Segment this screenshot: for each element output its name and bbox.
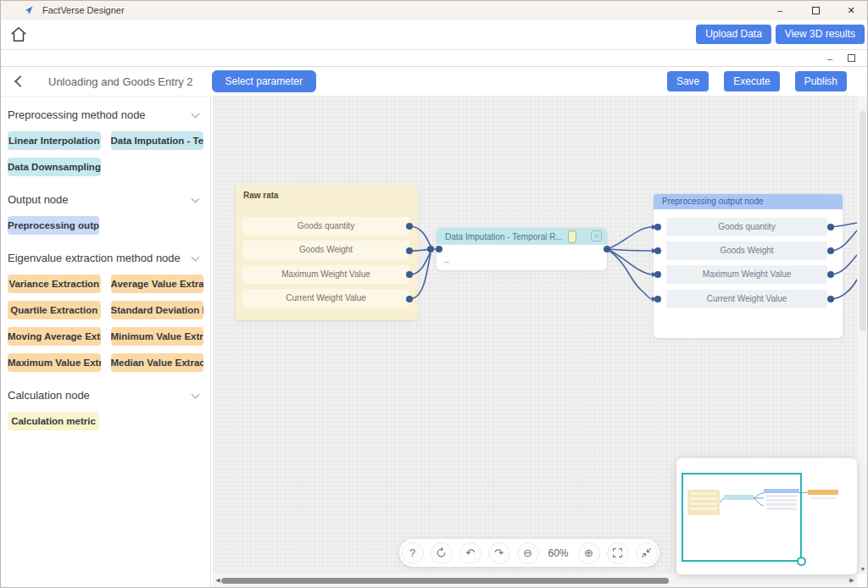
horizontal-scrollbar-thumb[interactable] [221, 578, 669, 584]
section-label: Eigenvalue extraction method node [8, 252, 181, 264]
title-bar: FactVerse Designer – ✕ [1, 1, 868, 19]
node-preprocessing-output[interactable]: Preprocessing output node Goods quantity… [654, 194, 843, 338]
app-logo-icon [24, 5, 34, 15]
app-title: FactVerse Designer [42, 5, 125, 15]
palette-item-preprocessing-output[interactable]: Preprocessing output [8, 216, 99, 235]
palette-item-average-value-extraction[interactable]: Average Value Extraction [111, 275, 204, 293]
fit-view-button[interactable] [607, 542, 629, 564]
zoom-level: 60% [546, 547, 571, 559]
home-icon [9, 25, 28, 44]
palette-item-median-value-extraction[interactable]: Median Value Extraction [111, 353, 204, 372]
palette-item-standard-deviation-extraction[interactable]: Standard Deviation Ext... [111, 301, 204, 319]
palette-item-variance-extraction[interactable]: Variance Extraction [8, 275, 101, 293]
section-label: Calculation node [8, 389, 90, 402]
publish-button[interactable]: Publish [795, 71, 847, 92]
document-header: Unloading and Goods Entry 2 Select param… [1, 67, 868, 96]
palette-item-moving-average-extraction[interactable]: Moving Average Extrac... [8, 327, 101, 346]
palette-item-data-imputation[interactable]: Data Imputation - Temp... [111, 131, 204, 150]
scroll-down-icon[interactable]: ▼ [858, 566, 868, 572]
doc-minimize-icon[interactable]: – [827, 54, 832, 63]
node-row[interactable]: Maximum Weight Value [242, 265, 409, 284]
node-title: Data Imputation - Temporal R... [445, 232, 563, 241]
section-label: Output node [8, 193, 69, 206]
minimap-viewport[interactable] [682, 473, 802, 562]
window-maximize-icon[interactable] [798, 1, 833, 19]
view-3d-results-button[interactable]: View 3D results [776, 25, 865, 44]
node-data-imputation[interactable]: Data Imputation - Temporal R... ✕ _ [437, 228, 607, 270]
vertical-scrollbar-thumb[interactable] [860, 111, 866, 331]
doc-maximize-icon[interactable] [848, 54, 855, 62]
refresh-button[interactable] [431, 542, 453, 564]
palette-item-maximum-value-extraction[interactable]: Maximum Value Extract... [8, 353, 101, 372]
document-title: Unloading and Goods Entry 2 [48, 75, 193, 88]
undo-button[interactable]: ↶ [459, 542, 481, 564]
redo-button[interactable]: ↷ [488, 542, 510, 564]
collapse-button[interactable] [636, 542, 658, 564]
minimap[interactable] [676, 458, 857, 574]
upload-data-button[interactable]: Upload Data [696, 25, 771, 44]
horizontal-scrollbar[interactable]: ◀ ▶ [213, 574, 857, 587]
node-row[interactable]: Current Weight Value [242, 289, 409, 308]
sidebar-section-output[interactable]: Output node [8, 193, 202, 206]
sidebar-section-eigenvalue[interactable]: Eigenvalue extraction method node [8, 252, 202, 264]
palette-item-minimum-value-extraction[interactable]: Minimum Value Extracti... [111, 327, 204, 346]
save-button[interactable]: Save [667, 71, 709, 92]
top-toolbar: Upload Data View 3D results [1, 19, 868, 50]
fit-view-icon [612, 547, 623, 558]
back-icon[interactable] [14, 75, 26, 87]
node-body-text: _ [444, 253, 449, 263]
status-badge-icon [568, 230, 576, 243]
help-button[interactable]: ? [402, 542, 424, 564]
collapse-icon [641, 547, 652, 558]
sidebar-section-calculation[interactable]: Calculation node [8, 389, 202, 402]
palette-item-linear-interpolation[interactable]: Linear Interpolation [8, 131, 101, 150]
zoom-in-button[interactable]: ⊕ [578, 542, 600, 564]
sidebar-section-preprocessing[interactable]: Preprocessing method node [8, 108, 202, 121]
palette-item-data-downsampling[interactable]: Data Downsampling [8, 158, 101, 176]
section-label: Preprocessing method node [8, 108, 146, 121]
zoom-out-button[interactable]: ⊖ [517, 542, 539, 564]
palette-item-quartile-extraction[interactable]: Quartile Extraction [8, 301, 101, 319]
scroll-right-icon[interactable]: ▶ [847, 577, 857, 584]
node-row[interactable]: Goods Weight [242, 241, 409, 259]
node-row[interactable]: Goods quantity [666, 218, 827, 236]
minimap-resize-handle[interactable] [797, 557, 806, 566]
execute-button[interactable]: Execute [724, 71, 779, 92]
document-window-strip: – [1, 50, 868, 67]
node-title: Raw rata [243, 191, 279, 200]
node-palette-sidebar: Preprocessing method node Linear Interpo… [1, 96, 211, 588]
refresh-icon [436, 547, 447, 558]
node-header: Data Imputation - Temporal R... ✕ [437, 228, 607, 245]
chevron-down-icon [192, 194, 200, 202]
node-row[interactable]: Goods Weight [666, 241, 827, 260]
node-row[interactable]: Goods quantity [242, 217, 409, 236]
chevron-down-icon [192, 109, 200, 118]
node-raw-data[interactable]: Raw rata Goods quantity Goods Weight Max… [236, 185, 418, 320]
node-header: Preprocessing output node [654, 194, 843, 209]
home-button[interactable] [8, 24, 30, 46]
minimap-node-extra [808, 490, 838, 502]
node-row[interactable]: Maximum Weight Value [666, 265, 827, 284]
vertical-scrollbar[interactable]: ▼ [857, 96, 868, 574]
node-row[interactable]: Current Weight Value [666, 290, 827, 308]
delete-icon[interactable]: ✕ [591, 230, 602, 241]
window-minimize-icon[interactable]: – [762, 1, 798, 19]
chevron-down-icon [192, 390, 200, 398]
window-close-icon[interactable]: ✕ [833, 1, 868, 19]
chevron-down-icon [192, 252, 200, 261]
select-parameter-button[interactable]: Select parameter [212, 70, 316, 92]
canvas-toolbar: ? ↶ ↷ ⊖ 60% ⊕ [399, 539, 659, 567]
palette-item-calculation-metric[interactable]: Calculation metric [8, 412, 99, 430]
